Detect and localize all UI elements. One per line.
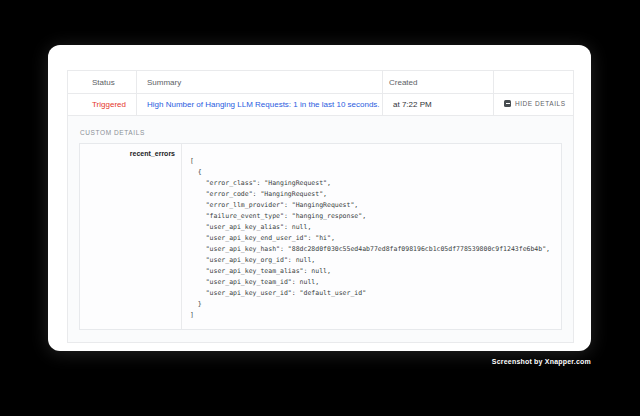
actions-cell: HIDE DETAILS (494, 94, 574, 116)
hide-details-button[interactable]: HIDE DETAILS (504, 100, 566, 107)
summary-cell: High Number of Hanging LLM Requests: 1 i… (137, 94, 383, 116)
alert-row: Triggered High Number of Hanging LLM Req… (68, 94, 574, 116)
details-row: CUSTOM DETAILS recent_errors [ { "error_… (68, 116, 574, 343)
column-header-created: Created (383, 71, 494, 94)
alerts-table: Status Summary Created Triggered High Nu… (67, 70, 574, 343)
column-header-status: Status (68, 71, 137, 94)
status-badge: Triggered (92, 100, 126, 109)
page-background: { "table": { "columns": ["Status", "Summ… (0, 0, 640, 416)
minus-square-icon (504, 100, 511, 107)
status-cell: Triggered (68, 94, 137, 116)
created-cell: at 7:22 PM (383, 94, 494, 116)
custom-details-heading: CUSTOM DETAILS (79, 129, 562, 136)
hide-details-label: HIDE DETAILS (515, 100, 566, 107)
recent-errors-json: [ { "error_class": "HangingRequest", "er… (182, 144, 561, 329)
recent-errors-key: recent_errors (130, 150, 175, 157)
column-header-summary: Summary (137, 71, 383, 94)
alert-card: Status Summary Created Triggered High Nu… (48, 45, 591, 351)
xnapper-watermark: Screenshot by Xnapper.com (492, 358, 591, 365)
custom-details-panel: CUSTOM DETAILS recent_errors [ { "error_… (68, 116, 574, 343)
alert-summary-link[interactable]: High Number of Hanging LLM Requests: 1 i… (147, 100, 380, 109)
column-header-actions (494, 71, 574, 94)
details-key-column: recent_errors (80, 144, 182, 329)
created-timestamp: at 7:22 PM (393, 100, 432, 109)
table-header-row: Status Summary Created (68, 71, 574, 94)
details-box: recent_errors [ { "error_class": "Hangin… (79, 143, 562, 330)
